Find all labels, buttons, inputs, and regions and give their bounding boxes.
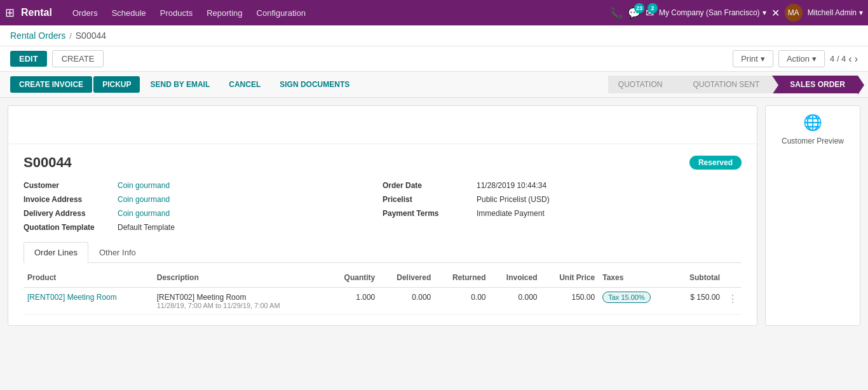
cell-quantity: 1.000 [327,288,379,315]
col-actions [724,268,742,288]
cell-product[interactable]: [RENT002] Meeting Room [24,288,153,315]
toolbar: EDIT CREATE Print ▾ Action ▾ 4 / 4 ‹ › [0,46,868,72]
status-steps: QUOTATION QUOTATION SENT SALES ORDER [608,76,858,93]
status-quotation: QUOTATION [608,76,675,93]
user-name: Mitchell Admin [808,8,857,17]
col-delivered: Delivered [379,268,435,288]
chat-icon[interactable]: 💬 23 [628,7,641,19]
breadcrumb-separator: / [69,31,72,41]
breadcrumb-parent[interactable]: Rental Orders [10,30,65,41]
cancel-button[interactable]: CANCEL [220,76,269,93]
close-icon[interactable]: ✕ [771,7,780,19]
order-lines-table: Product Description Quantity Delivered R… [24,268,742,315]
order-date-label: Order Date [383,181,471,190]
user-chevron: ▾ [859,8,863,17]
user-info[interactable]: Mitchell Admin ▾ [808,8,863,17]
cell-description: [RENT002] Meeting Room 11/28/19, 7:00 AM… [153,288,328,315]
cell-returned: 0.00 [435,288,489,315]
delivery-address-value[interactable]: Coin gourmand [118,209,170,218]
message-badge: 2 [648,3,658,13]
breadcrumb: Rental Orders / S00044 [0,25,868,46]
cell-unit-price: 150.00 [541,288,599,315]
menu-orders[interactable]: Orders [66,4,104,22]
order-date-field: Order Date 11/28/2019 10:44:34 [383,181,742,190]
payment-terms-field: Payment Terms Immediate Payment [383,209,742,218]
pagination-prev[interactable]: ‹ [848,53,851,65]
main-content: S00044 Reserved Customer Coin gourmand I… [0,98,868,333]
col-product: Product [24,268,153,288]
tab-other-info[interactable]: Other Info [88,242,147,263]
fields-left: Customer Coin gourmand Invoice Address C… [24,181,383,232]
company-chevron: ▾ [763,8,766,17]
customer-value[interactable]: Coin gourmand [118,181,170,190]
quotation-template-field: Quotation Template Default Template [24,223,383,232]
menu-configuration[interactable]: Configuration [250,4,312,22]
document-area: S00044 Reserved Customer Coin gourmand I… [8,105,757,326]
sign-documents-button[interactable]: SIGN DOCUMENTS [271,76,358,93]
quotation-template-label: Quotation Template [24,223,112,232]
doc-header [8,106,757,144]
payment-terms-label: Payment Terms [383,209,471,218]
navbar-right: 📞 💬 23 ✉ 2 My Company (San Francisco) ▾ … [610,4,863,22]
action-bar: CREATE INVOICE PICKUP SEND BY EMAIL CANC… [0,72,868,98]
order-number-row: S00044 Reserved [24,154,742,171]
pagination-next[interactable]: › [855,53,858,65]
quotation-template-value: Default Template [118,223,175,232]
fields-right: Order Date 11/28/2019 10:44:34 Pricelist… [383,181,742,232]
order-date-value: 11/28/2019 10:44:34 [477,181,546,190]
col-subtotal: Subtotal [673,268,724,288]
col-quantity: Quantity [327,268,379,288]
message-icon[interactable]: ✉ 2 [646,7,654,19]
avatar[interactable]: MA [785,4,803,22]
tab-order-lines[interactable]: Order Lines [24,242,88,263]
pricelist-field: Pricelist Public Pricelist (USD) [383,195,742,204]
cell-delivered: 0.000 [379,288,435,315]
action-chevron: ▾ [812,54,817,64]
tabs: Order Lines Other Info [24,242,742,263]
action-label: Action [787,54,810,64]
cell-subtotal: $ 150.00 [673,288,724,315]
customer-preview-label: Customer Preview [782,137,844,145]
delivery-address-field: Delivery Address Coin gourmand [24,209,383,218]
invoice-address-field: Invoice Address Coin gourmand [24,195,383,204]
print-chevron: ▾ [761,54,765,64]
grid-icon[interactable]: ⊞ [5,6,15,20]
cell-taxes: Tax 15.00% [599,288,673,315]
menu-reporting[interactable]: Reporting [200,4,248,22]
menu-schedule[interactable]: Schedule [105,4,153,22]
desc-line2: 11/28/19, 7:00 AM to 11/29/19, 7:00 AM [157,302,324,309]
customer-preview-panel: 🌐 Customer Preview [765,105,860,326]
cell-row-action: ⋮ [724,288,742,315]
invoice-address-label: Invoice Address [24,195,112,204]
main-menu: Orders Schedule Products Reporting Confi… [66,4,606,22]
pricelist-label: Pricelist [383,195,471,204]
breadcrumb-current: S00044 [76,30,106,41]
action-button[interactable]: Action ▾ [778,50,825,67]
edit-button[interactable]: EDIT [10,51,47,67]
customer-label: Customer [24,181,112,190]
customer-field: Customer Coin gourmand [24,181,383,190]
table-area: Product Description Quantity Delivered R… [8,268,757,325]
menu-products[interactable]: Products [154,4,199,22]
col-description: Description [153,268,328,288]
brand-label: Rental [21,7,52,18]
navbar: ⊞ Rental Orders Schedule Products Report… [0,0,868,25]
col-unit-price: Unit Price [541,268,599,288]
pickup-button[interactable]: PICKUP [93,76,140,93]
phone-icon[interactable]: 📞 [610,7,623,19]
col-invoiced: Invoiced [490,268,541,288]
company-selector[interactable]: My Company (San Francisco) ▾ [659,8,766,17]
invoice-address-value[interactable]: Coin gourmand [118,195,170,204]
print-button[interactable]: Print ▾ [733,50,773,67]
tax-badge: Tax 15.00% [602,292,650,303]
delivery-address-label: Delivery Address [24,209,112,218]
create-button[interactable]: CREATE [52,50,104,67]
form-fields: Customer Coin gourmand Invoice Address C… [8,171,757,242]
col-taxes: Taxes [599,268,673,288]
cell-invoiced: 0.000 [490,288,541,315]
send-email-button[interactable]: SEND BY EMAIL [141,76,219,93]
status-quotation-sent: QUOTATION SENT [675,76,772,93]
order-number: S00044 [24,154,72,171]
reserved-badge: Reserved [689,156,742,170]
create-invoice-button[interactable]: CREATE INVOICE [10,76,92,93]
